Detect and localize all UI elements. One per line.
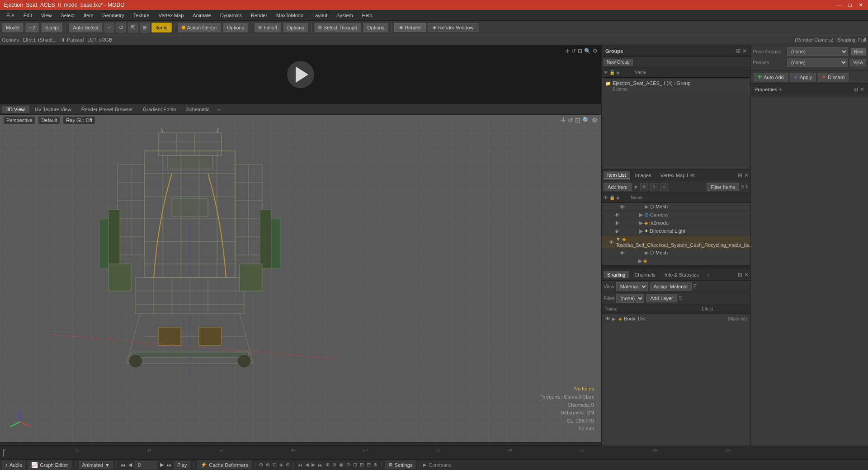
playback-icon-1[interactable]: ⊕ bbox=[259, 462, 263, 468]
paused-item[interactable]: ⏸ Paused bbox=[60, 37, 84, 42]
transform-scale-btn[interactable]: ⇱ bbox=[128, 23, 138, 33]
reset-view-icon[interactable]: ↺ bbox=[568, 117, 573, 124]
zoom-icon[interactable]: 🔍 bbox=[584, 48, 591, 54]
next-end-btn[interactable]: ⏭ bbox=[166, 462, 171, 468]
next-frame-btn[interactable]: ▶ bbox=[160, 462, 164, 468]
menu-system[interactable]: System bbox=[332, 12, 358, 19]
timeline-icon-10[interactable]: ⊞ bbox=[360, 462, 364, 468]
add-layer-btn[interactable]: Add Layer bbox=[646, 294, 677, 302]
item-row-toshiba[interactable]: 👁 ▼ ◈ Toshiba_Self_Checkout_System_Cash_… bbox=[602, 235, 750, 249]
props-expand-icon[interactable]: ⊞ bbox=[854, 86, 858, 93]
shading-pin-icon[interactable]: ✕ bbox=[744, 272, 749, 278]
options1-btn[interactable]: Options bbox=[223, 23, 248, 33]
zoom-fit-icon[interactable]: ⊡ bbox=[578, 48, 582, 54]
crosshair-icon[interactable]: ✛ bbox=[561, 117, 566, 124]
filter-items-btn[interactable]: Filter Items bbox=[707, 183, 739, 191]
model-btn[interactable]: Model bbox=[2, 23, 24, 33]
maximize-btn[interactable]: □ bbox=[846, 1, 854, 9]
item-row-dirlight1[interactable]: 👁 ▶ ✦ Directional Light bbox=[602, 227, 750, 235]
assign-material-btn[interactable]: Assign Material bbox=[650, 282, 692, 291]
menu-select[interactable]: Select bbox=[56, 12, 79, 19]
item-row-mesh2[interactable]: 👁 ▶ ⬡ Mesh bbox=[602, 249, 750, 257]
cache-deformers-btn[interactable]: ⚡ Cache Deformers bbox=[198, 461, 251, 469]
props-icon-btn[interactable]: ≡ bbox=[660, 183, 668, 191]
playback-icon-3[interactable]: ⊡ bbox=[273, 462, 277, 468]
item-row-camera[interactable]: 👁 ▶ ◎ Camera bbox=[602, 211, 750, 219]
view-passes-btn[interactable]: View bbox=[850, 59, 867, 66]
close-btn[interactable]: ✕ bbox=[857, 1, 864, 9]
item-list-content[interactable]: 👁 ▶ ⬡ Mesh 👁 ▶ ◎ Camera bbox=[602, 203, 750, 265]
raygl-label[interactable]: Ray GL: Off bbox=[63, 117, 95, 124]
properties-expand-icon[interactable]: + bbox=[779, 87, 782, 92]
tab-schematic[interactable]: Schematic bbox=[182, 106, 214, 113]
menu-render[interactable]: Render bbox=[246, 12, 272, 19]
menu-geometry[interactable]: Geometry bbox=[98, 12, 128, 19]
new-group-btn[interactable]: New Group bbox=[604, 59, 633, 66]
timeline-icon-8[interactable]: ⊙ bbox=[346, 462, 350, 468]
menu-vertex-map[interactable]: Vertex Map bbox=[154, 12, 189, 19]
eye-toggle-btn[interactable]: 👁 bbox=[640, 183, 648, 191]
select-through-btn[interactable]: Select Through bbox=[314, 23, 361, 33]
playback-icon-4[interactable]: ◈ bbox=[279, 462, 283, 468]
tab-shading[interactable]: Shading bbox=[604, 271, 629, 278]
menu-file[interactable]: File bbox=[2, 12, 19, 19]
perspective-label[interactable]: Perspective bbox=[4, 117, 35, 124]
render-btn[interactable]: ◈ Render bbox=[394, 23, 426, 32]
props-pin-icon[interactable]: ✕ bbox=[860, 86, 864, 93]
add-icon-btn[interactable]: + bbox=[650, 183, 658, 191]
h-scrollbar[interactable] bbox=[0, 442, 601, 446]
auto-add-btn[interactable]: ✛ Auto Add bbox=[754, 73, 788, 81]
new-pass-btn[interactable]: New bbox=[851, 48, 866, 56]
f2-btn[interactable]: F2 bbox=[25, 23, 39, 33]
timeline-icon-4[interactable]: ⏭ bbox=[318, 462, 323, 468]
reset-icon[interactable]: ↺ bbox=[571, 48, 576, 54]
groups-pin-icon[interactable]: ✕ bbox=[742, 48, 747, 54]
add-item-btn[interactable]: Add Item bbox=[604, 183, 632, 191]
options2-btn[interactable]: Options bbox=[283, 23, 308, 33]
transform-all-btn[interactable]: ⊕ bbox=[140, 23, 150, 33]
menu-dynamics[interactable]: Dynamics bbox=[216, 12, 246, 19]
item-list-hscrollbar[interactable] bbox=[602, 265, 750, 268]
timeline-icon-2[interactable]: ◀ bbox=[305, 462, 309, 468]
item-row-m2modo[interactable]: 👁 ▶ ◈ m2modo bbox=[602, 219, 750, 227]
default-label[interactable]: Default bbox=[38, 117, 60, 124]
add-item-arrow[interactable]: ▼ bbox=[633, 184, 638, 190]
pass-groups-select[interactable]: (none) bbox=[787, 47, 848, 56]
prev-frame-btn[interactable]: ◀ bbox=[128, 462, 132, 468]
menu-texture[interactable]: Texture bbox=[129, 12, 154, 19]
zoom-search-icon[interactable]: 🔍 bbox=[582, 117, 590, 124]
viewport-3d[interactable]: Perspective Default Ray GL: Off ✛ ↺ ⊡ 🔍 … bbox=[0, 115, 601, 442]
tab-gradient[interactable]: Gradient Editor bbox=[138, 106, 181, 113]
crosshair-icon[interactable]: ✛ bbox=[565, 48, 570, 54]
tab-3d-view[interactable]: 3D View bbox=[2, 106, 29, 113]
timeline-icon-11[interactable]: ⊟ bbox=[367, 462, 371, 468]
menu-view[interactable]: View bbox=[37, 12, 57, 19]
menu-layout[interactable]: Layout bbox=[308, 12, 332, 19]
sculpt-btn[interactable]: Sculpt bbox=[41, 23, 63, 33]
options3-btn[interactable]: Options bbox=[363, 23, 388, 33]
tab-item-list[interactable]: Item List bbox=[604, 171, 630, 179]
tab-channels[interactable]: Channels bbox=[631, 271, 659, 278]
tab-vertex-map[interactable]: Vertex Map List bbox=[657, 172, 698, 179]
menu-animate[interactable]: Animate bbox=[188, 12, 215, 19]
groups-expand-icon[interactable]: ⊞ bbox=[736, 48, 741, 54]
timeline-icon-6[interactable]: ⊗ bbox=[332, 462, 336, 468]
transform-move-btn[interactable]: ↔ bbox=[104, 23, 114, 33]
timeline-icon-12[interactable]: ⊕ bbox=[373, 462, 377, 468]
item-panel-expand[interactable]: ⊞ bbox=[738, 172, 742, 179]
apply-btn[interactable]: ✓ Apply bbox=[790, 73, 816, 81]
play-button[interactable] bbox=[287, 61, 314, 88]
auto-select-btn[interactable]: Auto Select bbox=[69, 23, 102, 33]
animated-btn[interactable]: Animated ▼ bbox=[79, 461, 113, 469]
tab-images[interactable]: Images bbox=[632, 172, 655, 179]
timeline-icon-7[interactable]: ◉ bbox=[339, 462, 344, 468]
settings-btn[interactable]: ⚙ Settings bbox=[385, 461, 416, 469]
items-btn[interactable]: Items bbox=[151, 23, 172, 33]
shading-expand-icon[interactable]: ⊞ bbox=[738, 272, 742, 278]
add-tab-btn[interactable]: + bbox=[215, 106, 223, 113]
add-shading-tab-btn[interactable]: + bbox=[704, 271, 712, 278]
shading-row-body-dirt[interactable]: 👁 ▶ ◈ Body_Dirt (Material) bbox=[602, 315, 750, 322]
tab-render-preset[interactable]: Render Preset Browser bbox=[77, 106, 137, 113]
playback-icon-5[interactable]: ⊕ bbox=[286, 462, 290, 468]
timeline-icon-1[interactable]: ⏮ bbox=[297, 462, 302, 468]
